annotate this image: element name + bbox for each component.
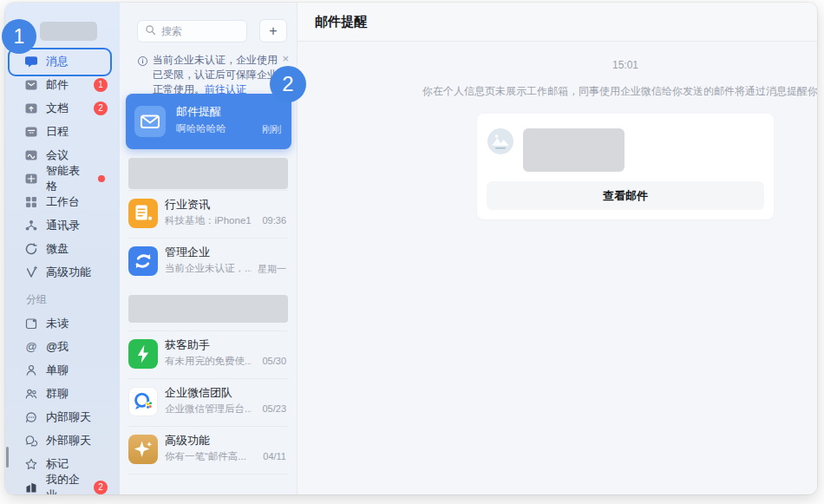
- conversation-wecom-team[interactable]: 企业微信团队 企业微信管理后台... 05/23: [128, 378, 288, 426]
- workbench-icon: [24, 195, 38, 209]
- sidebar-item-external-chat[interactable]: 外部聊天: [5, 429, 120, 452]
- conversation-preview: 你有一笔“邮件高...: [165, 450, 252, 463]
- add-button[interactable]: +: [259, 19, 287, 43]
- sidebar-item-unread[interactable]: 未读: [5, 311, 120, 335]
- mention-icon: @: [24, 340, 38, 354]
- sidebar-item-schedule[interactable]: 日程: [5, 120, 120, 143]
- search-box[interactable]: [137, 20, 247, 43]
- conversation-preview: 企业微信管理后台...: [165, 403, 252, 416]
- sidebar-item-group-chat[interactable]: 群聊: [5, 382, 120, 405]
- sidebar-item-single-chat[interactable]: 单聊: [5, 358, 120, 382]
- single-chat-icon: [24, 363, 38, 377]
- premium-feature-icon: [128, 435, 158, 464]
- sidebar-item-mail[interactable]: 邮件 1: [5, 73, 120, 96]
- conversation-customer-assistant[interactable]: 获客助手 有未用完的免费使... 05/30: [128, 331, 288, 378]
- external-chat-icon: [24, 434, 38, 448]
- conversation-redacted[interactable]: [128, 158, 288, 189]
- sidebar-item-label: 未读: [46, 316, 69, 331]
- sidebar-item-label: 高级功能: [46, 265, 91, 280]
- conversation-time: 05/30: [262, 356, 286, 366]
- group-chat-icon: [24, 387, 38, 401]
- chat-bubble-icon: [24, 55, 38, 69]
- internal-chat-icon: [24, 410, 38, 424]
- message-timestamp: 15:01: [383, 59, 817, 73]
- message-column: 15:01 你在个人信息页未展示工作邮箱，同事使用企业微信给你发送的邮件将通过消…: [383, 59, 817, 219]
- sidebar-item-docs[interactable]: 文档 2: [5, 96, 120, 120]
- sidebar-item-label: 消息: [46, 54, 69, 69]
- sidebar-item-label: 内部聊天: [46, 409, 91, 425]
- sidebar-item-label: 通讯录: [46, 218, 80, 233]
- group-section-label: 分组: [5, 284, 120, 311]
- conversation-name: 获客助手: [165, 337, 210, 353]
- conversation-preview: 当前企业未认证，...: [165, 262, 252, 275]
- conversation-name: 企业微信团队: [165, 385, 232, 401]
- sidebar-item-label: 微盘: [46, 241, 69, 257]
- conversation-preview: 科技基地：iPhone1...: [165, 214, 252, 227]
- tutorial-step-2-badge: 2: [270, 66, 306, 102]
- conversation-time: 星期一: [258, 263, 286, 276]
- sidebar-item-label: 群聊: [46, 386, 69, 402]
- table-icon: [24, 172, 38, 186]
- company-icon: [24, 481, 38, 494]
- sidebar-item-label: 日程: [46, 124, 69, 140]
- sidebar-item-workbench[interactable]: 工作台: [5, 190, 120, 213]
- smartsheet-unread-dot: [98, 175, 105, 182]
- sidebar-item-label: 文档: [46, 101, 69, 116]
- conversation-premium-features[interactable]: 高级功能 你有一笔“邮件高... 04/11: [128, 426, 288, 474]
- conversation-industry-news[interactable]: 行业资讯 科技基地：iPhone1... 09:36: [128, 190, 288, 238]
- chat-header: 邮件提醒: [298, 3, 817, 42]
- customer-assistant-icon: [128, 339, 158, 369]
- conversation-manage-company[interactable]: 管理企业 当前企业未认证，... 星期一: [128, 238, 288, 285]
- sidebar-item-label: 外部聊天: [46, 433, 91, 448]
- sidebar-item-internal-chat[interactable]: 内部聊天: [5, 405, 120, 429]
- conversation-name: 行业资讯: [165, 197, 210, 213]
- banner-close-icon[interactable]: ×: [282, 52, 289, 65]
- conversation-time: 刚刚: [262, 123, 281, 136]
- conversation-name: 管理企业: [165, 245, 210, 260]
- sidebar: 消息 邮件 1 文档 2 日程 会议 智能表格 工作台: [5, 3, 120, 494]
- unread-icon: [24, 317, 38, 331]
- conversation-time: 05/23: [262, 403, 286, 414]
- premium-icon: [24, 265, 38, 279]
- conversation-name: 高级功能: [165, 433, 210, 448]
- conversation-preview: 啊哈哈哈哈: [176, 122, 263, 135]
- star-icon: [24, 457, 38, 471]
- sidebar-scrollbar[interactable]: [6, 447, 9, 468]
- tutorial-step-1-badge: 1: [2, 19, 36, 54]
- sidebar-item-smartsheet[interactable]: 智能表格: [5, 167, 120, 190]
- manage-company-icon: [128, 246, 158, 276]
- search-icon: [145, 23, 156, 39]
- mail-icon: [24, 78, 38, 92]
- mail-subject-placeholder: [523, 128, 625, 172]
- view-mail-button[interactable]: 查看邮件: [487, 181, 764, 210]
- conversation-redacted[interactable]: [128, 295, 288, 323]
- chat-message-area: 15:01 你在个人信息页未展示工作邮箱，同事使用企业微信给你发送的邮件将通过消…: [298, 42, 817, 494]
- chat-title: 邮件提醒: [315, 14, 367, 30]
- sidebar-item-label: 标记: [46, 456, 69, 472]
- conversation-mail-reminder[interactable]: 邮件提醒 啊哈哈哈哈 刚刚: [126, 94, 291, 149]
- sidebar-item-contacts[interactable]: 通讯录: [5, 213, 120, 237]
- contacts-icon: [24, 219, 38, 232]
- wecom-team-icon: [128, 387, 158, 416]
- sidebar-item-label: 会议: [46, 147, 69, 163]
- sidebar-item-label: 邮件: [46, 77, 69, 93]
- sidebar-item-premium[interactable]: 高级功能: [5, 260, 120, 284]
- sidebar-item-label: 工作台: [46, 194, 80, 210]
- industry-news-icon: [128, 199, 158, 228]
- info-icon: [137, 55, 148, 97]
- docs-badge: 2: [94, 101, 108, 115]
- sidebar-item-label: 单聊: [46, 363, 69, 378]
- drive-icon: [24, 242, 38, 256]
- mail-notification-card: 查看邮件: [477, 114, 774, 219]
- sidebar-item-drive[interactable]: 微盘: [5, 237, 120, 260]
- mail-reminder-icon: [134, 106, 166, 137]
- my-company-badge: 2: [94, 481, 108, 494]
- search-input[interactable]: [161, 25, 231, 37]
- conversation-preview: 有未用完的免费使...: [165, 355, 252, 368]
- sidebar-item-mentions[interactable]: @ @我: [5, 335, 120, 358]
- verification-banner: 当前企业未认证，企业使用已受限，认证后可保障企业正常使用。前往认证 ×: [137, 53, 291, 97]
- sidebar-item-my-company[interactable]: 我的企业 2: [5, 475, 120, 494]
- meeting-icon: [24, 148, 38, 162]
- mail-sender-avatar: [487, 128, 513, 154]
- system-message: 你在个人信息页未展示工作邮箱，同事使用企业微信给你发送的邮件将通过消息提醒你。: [383, 84, 817, 98]
